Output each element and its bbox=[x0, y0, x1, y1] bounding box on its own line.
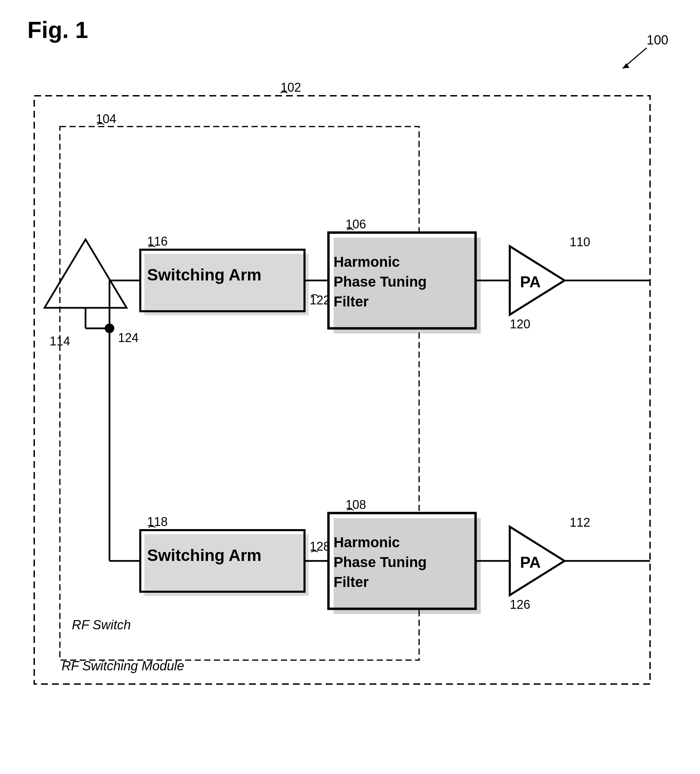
harmonic-filter-1-label-2: Phase Tuning bbox=[334, 274, 427, 290]
switching-arm-1-label: Switching Arm bbox=[147, 266, 261, 284]
ref-124: 124 bbox=[118, 331, 139, 345]
ref-126: 126 bbox=[510, 597, 530, 612]
ref-120: 120 bbox=[510, 317, 530, 331]
switching-arm-2-label: Switching Arm bbox=[147, 546, 261, 564]
ref-112: 112 bbox=[570, 516, 590, 529]
harmonic-filter-2-label-2: Phase Tuning bbox=[334, 554, 427, 570]
harmonic-filter-2-label: Harmonic bbox=[334, 534, 400, 550]
svg-rect-13 bbox=[144, 534, 309, 596]
ref-110: 110 bbox=[570, 235, 590, 249]
svg-rect-6 bbox=[144, 254, 309, 315]
harmonic-filter-1-label: Harmonic bbox=[334, 254, 400, 270]
ref-100: 100 bbox=[647, 33, 668, 47]
rf-switch-label: RF Switch bbox=[72, 618, 131, 632]
harmonic-filter-2-label-3: Filter bbox=[334, 574, 369, 590]
rf-switching-module-label: RF Switching Module bbox=[61, 659, 184, 673]
antenna-symbol bbox=[45, 240, 127, 308]
pa-2-label: PA bbox=[520, 553, 541, 571]
pa-1-label: PA bbox=[520, 273, 541, 291]
ref-102: 102 bbox=[281, 80, 301, 94]
ref-114: 114 bbox=[50, 334, 70, 348]
diagram-container: Fig. 1 100 102 104 RF Switch RF Switchin… bbox=[0, 0, 700, 774]
harmonic-filter-1-label-3: Filter bbox=[334, 293, 369, 309]
